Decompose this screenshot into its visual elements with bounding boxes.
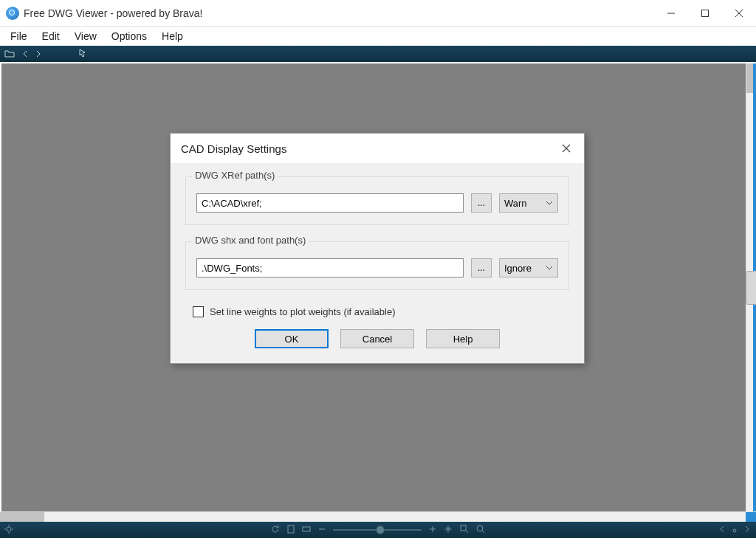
- pointer-icon[interactable]: [78, 47, 87, 61]
- page-icon[interactable]: [287, 525, 295, 535]
- shx-group-label: DWG shx and font path(s): [192, 235, 309, 246]
- fit-icon[interactable]: [302, 525, 311, 535]
- horizontal-scrollbar-thumb[interactable]: [0, 512, 44, 522]
- dialog-title: CAD Display Settings: [181, 142, 286, 155]
- window-maximize-button[interactable]: [688, 0, 722, 26]
- menu-options[interactable]: Options: [104, 29, 154, 44]
- shx-mode-value: Ignore: [504, 263, 532, 274]
- magnify-icon[interactable]: [476, 525, 485, 535]
- app-icon: [6, 7, 19, 20]
- svg-rect-6: [303, 527, 310, 531]
- svg-rect-5: [288, 525, 294, 533]
- horizontal-scrollbar[interactable]: [0, 511, 756, 522]
- nav-prev-icon[interactable]: [22, 47, 28, 61]
- page-indicator: [732, 525, 737, 534]
- svg-point-14: [733, 529, 736, 532]
- svg-rect-1: [702, 10, 709, 16]
- svg-point-4: [7, 527, 11, 531]
- menu-view[interactable]: View: [67, 29, 104, 44]
- svg-point-12: [477, 525, 483, 531]
- xref-path-group: DWG XRef path(s) ... Warn: [185, 176, 569, 225]
- rotate-icon[interactable]: [271, 525, 280, 535]
- shx-browse-button[interactable]: ...: [471, 258, 492, 277]
- zoom-region-icon[interactable]: [460, 525, 469, 535]
- dialog-close-button[interactable]: [559, 141, 574, 156]
- top-toolbar: [0, 46, 756, 62]
- window-titlebar: Free DWG Viewer - powered by Brava!: [0, 0, 756, 27]
- menu-edit[interactable]: Edit: [35, 29, 67, 44]
- menu-bar: File Edit View Options Help: [0, 27, 756, 46]
- window-minimize-button[interactable]: [654, 0, 688, 26]
- side-panel-handle[interactable]: [746, 271, 756, 305]
- zoom-in-icon[interactable]: [429, 525, 436, 534]
- scroll-corner: [746, 512, 756, 522]
- chevron-down-icon: [546, 201, 553, 205]
- xref-browse-button[interactable]: ...: [471, 193, 492, 213]
- svg-line-11: [466, 531, 468, 533]
- window-close-button[interactable]: [722, 0, 756, 26]
- shx-path-group: DWG shx and font path(s) ... Ignore: [185, 241, 569, 290]
- window-title: Free DWG Viewer - powered by Brava!: [24, 7, 654, 19]
- chevron-down-icon: [546, 266, 553, 270]
- cad-display-settings-dialog: CAD Display Settings DWG XRef path(s) ..…: [170, 133, 585, 364]
- zoom-slider[interactable]: [333, 529, 422, 531]
- open-folder-icon[interactable]: [4, 47, 15, 61]
- zoom-out-icon[interactable]: [318, 525, 326, 534]
- menu-help[interactable]: Help: [154, 29, 190, 44]
- xref-group-label: DWG XRef path(s): [192, 170, 278, 181]
- vertical-scrollbar[interactable]: [746, 63, 756, 511]
- help-button[interactable]: Help: [426, 329, 500, 348]
- menu-file[interactable]: File: [3, 29, 35, 44]
- pan-icon[interactable]: [444, 525, 453, 535]
- cancel-button[interactable]: Cancel: [340, 329, 414, 348]
- svg-rect-10: [461, 525, 466, 531]
- xref-mode-value: Warn: [504, 198, 527, 209]
- shx-path-input[interactable]: [196, 258, 464, 277]
- page-next-icon[interactable]: [744, 525, 750, 534]
- bottom-toolbar: [0, 522, 756, 538]
- line-weights-row: Set line weights to plot weights (if ava…: [193, 306, 569, 317]
- ok-button[interactable]: OK: [255, 329, 329, 348]
- shx-mode-select[interactable]: Ignore: [499, 258, 558, 277]
- zoom-slider-thumb[interactable]: [376, 525, 385, 534]
- xref-path-input[interactable]: [196, 193, 464, 213]
- line-weights-label: Set line weights to plot weights (if ava…: [210, 306, 395, 317]
- page-prev-icon[interactable]: [719, 525, 725, 534]
- svg-line-13: [482, 531, 484, 533]
- line-weights-checkbox[interactable]: [193, 306, 204, 317]
- brightness-icon[interactable]: [4, 525, 13, 535]
- xref-mode-select[interactable]: Warn: [499, 193, 558, 213]
- nav-next-icon[interactable]: [35, 47, 41, 61]
- dialog-titlebar: CAD Display Settings: [171, 134, 584, 163]
